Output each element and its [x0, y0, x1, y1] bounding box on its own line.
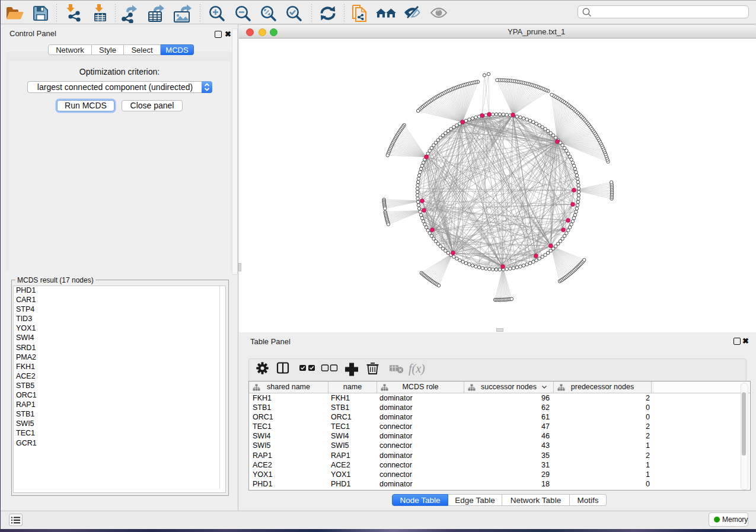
svg-text:f(x): f(x): [409, 362, 425, 376]
